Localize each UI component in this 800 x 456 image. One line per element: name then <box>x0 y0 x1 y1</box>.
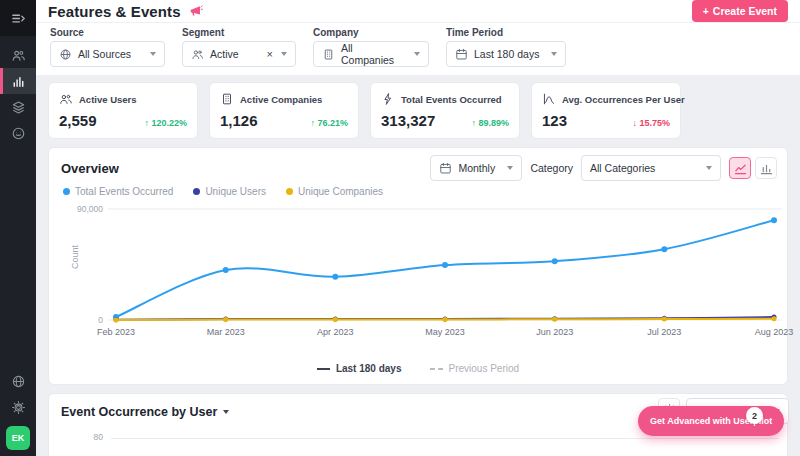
lightning-icon <box>381 92 395 106</box>
get-advanced-button[interactable]: Get Advanced with Userpilot <box>638 406 784 436</box>
sidebar-nav <box>0 42 36 146</box>
dashed-line-icon <box>430 368 443 370</box>
create-event-button[interactable]: + Create Event <box>692 0 788 22</box>
overview-title: Overview <box>61 161 119 176</box>
filter-label: Segment <box>182 27 296 38</box>
bar-chart-icon <box>760 162 773 175</box>
y-tick-label: 90,000 <box>49 204 103 214</box>
data-point[interactable] <box>332 274 338 280</box>
data-point[interactable] <box>443 317 448 322</box>
y-tick-label: 0 <box>49 315 103 325</box>
legend-item[interactable]: Unique Users <box>193 186 266 197</box>
overview-line-chart <box>108 205 782 324</box>
legend-item[interactable]: Total Events Occurred <box>63 186 173 197</box>
sidebar-menu-toggle[interactable] <box>0 0 36 36</box>
sidebar-item-users[interactable] <box>0 42 36 68</box>
stat-delta: ↑ 89.89% <box>471 118 509 128</box>
legend-item[interactable]: Unique Companies <box>286 186 383 197</box>
stat-label: Active Users <box>79 94 137 105</box>
content-area: Active Users 2,559 ↑ 120.22% Active Comp… <box>36 75 800 456</box>
data-point[interactable] <box>333 317 338 322</box>
data-point[interactable] <box>223 317 228 322</box>
data-point[interactable] <box>771 217 777 223</box>
series-line <box>116 220 774 317</box>
event-occurrence-card: Event Occurrence by User 2 Get Advanced … <box>48 393 788 456</box>
chevron-down-icon <box>551 52 557 56</box>
data-point[interactable] <box>223 267 229 273</box>
notification-badge: 2 <box>746 407 763 424</box>
chart-legend: Total Events OccurredUnique UsersUnique … <box>63 186 383 197</box>
stats-row: Active Users 2,559 ↑ 120.22% Active Comp… <box>48 82 788 139</box>
source-filter-select[interactable]: All Sources <box>50 41 165 67</box>
main-area: Features & Events + Create Event Source <box>36 0 800 456</box>
data-point[interactable] <box>442 262 448 268</box>
sidebar-item-feedback[interactable] <box>0 120 36 146</box>
stat-card-total-events: Total Events Occurred 313,327 ↑ 89.89% <box>370 82 520 139</box>
stat-label: Active Companies <box>240 94 322 105</box>
data-point[interactable] <box>662 317 667 322</box>
bar-chart-icon <box>11 74 26 89</box>
chevron-down-icon <box>414 52 420 56</box>
y-tick-label: 80 <box>77 432 103 442</box>
overview-card: Overview Monthly Category All Categories <box>48 147 788 385</box>
megaphone-icon <box>189 4 203 18</box>
user-avatar[interactable]: EK <box>6 426 30 450</box>
filter-label: Time Period <box>446 27 566 38</box>
feedback-smiley-icon <box>11 126 26 141</box>
segment-filter-select[interactable]: Active × <box>182 41 296 67</box>
category-select[interactable]: All Categories <box>581 155 721 181</box>
bar-chart-toggle-button[interactable] <box>755 157 777 179</box>
calendar-icon <box>439 162 452 175</box>
distribution-icon <box>542 92 556 106</box>
data-point[interactable] <box>772 316 777 321</box>
time-period-filter-select[interactable]: Last 180 days <box>446 41 566 67</box>
legend-current-period[interactable]: Last 180 days <box>317 363 402 374</box>
line-chart-toggle-button[interactable] <box>729 157 751 179</box>
globe-icon <box>59 48 72 61</box>
plus-icon: + <box>703 5 709 17</box>
granularity-select[interactable]: Monthly <box>430 155 522 181</box>
users-group-icon <box>59 92 73 106</box>
globe-icon <box>11 374 26 389</box>
stat-delta: ↓ 15.75% <box>632 118 670 128</box>
arrow-down-icon: ↓ <box>632 118 637 128</box>
stat-delta: ↑ 120.22% <box>144 118 187 128</box>
category-label: Category <box>530 162 573 174</box>
data-point[interactable] <box>114 317 119 322</box>
stat-card-avg-occurrences: Avg. Occurrences Per User 123 ↓ 15.75% <box>531 82 681 139</box>
data-point[interactable] <box>661 246 667 252</box>
chevron-down-icon <box>507 166 513 170</box>
stat-delta: ↑ 76.21% <box>310 118 348 128</box>
sidebar-item-globe[interactable] <box>0 368 36 394</box>
arrow-up-icon: ↑ <box>144 118 149 128</box>
x-axis-ticks: Feb 2023Mar 2023Apr 2023May 2023Jun 2023… <box>108 327 782 339</box>
x-tick-label: Mar 2023 <box>207 327 245 337</box>
data-point[interactable] <box>552 258 558 264</box>
event-section-title-dropdown[interactable]: Event Occurrence by User <box>61 405 229 419</box>
sidebar-item-analytics[interactable] <box>0 68 36 94</box>
users-icon <box>11 48 26 63</box>
legend-label: Unique Users <box>205 186 266 197</box>
x-tick-label: Jun 2023 <box>536 327 573 337</box>
clear-segment-icon[interactable]: × <box>267 49 273 60</box>
sidebar: EK <box>0 0 36 456</box>
stat-card-active-users: Active Users 2,559 ↑ 120.22% <box>48 82 198 139</box>
stat-value: 123 <box>542 112 567 129</box>
filter-label: Source <box>50 27 165 38</box>
solid-line-icon <box>317 368 330 370</box>
chart-footer-legend: Last 180 days Previous Period <box>49 363 787 374</box>
building-icon <box>220 92 234 106</box>
legend-label: Total Events Occurred <box>75 186 173 197</box>
legend-label: Unique Companies <box>298 186 383 197</box>
sidebar-item-layers[interactable] <box>0 94 36 120</box>
legend-previous-period[interactable]: Previous Period <box>430 363 520 374</box>
legend-dot-icon <box>286 188 293 195</box>
users-icon <box>191 48 204 61</box>
chevron-down-icon <box>281 52 287 56</box>
stat-card-active-companies: Active Companies 1,126 ↑ 76.21% <box>209 82 359 139</box>
building-icon <box>322 48 335 61</box>
filter-bar: Source All Sources Segment Active <box>36 22 800 75</box>
data-point[interactable] <box>552 317 557 322</box>
sidebar-item-settings[interactable] <box>0 394 36 420</box>
company-filter-select[interactable]: All Companies <box>313 41 429 67</box>
